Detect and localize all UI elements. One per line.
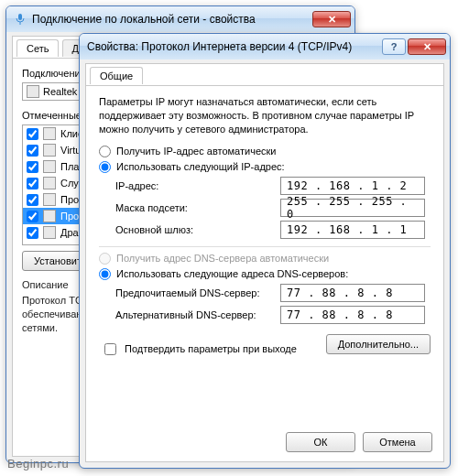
ip-input[interactable]: 192 . 168 . 1 . 2 xyxy=(280,177,425,195)
mask-input[interactable]: 255 . 255 . 255 . 0 xyxy=(280,199,425,217)
gateway-label: Основной шлюз: xyxy=(115,224,280,235)
info-paragraph: Параметры IP могут назначаться автоматич… xyxy=(99,95,431,136)
driver-icon xyxy=(43,144,56,157)
item-check[interactable] xyxy=(27,128,38,140)
protocol-icon xyxy=(43,210,56,222)
item-check[interactable] xyxy=(27,161,38,173)
radio-manual-dns[interactable]: Использовать следующие адреса DNS-сервер… xyxy=(99,268,431,280)
driver-icon xyxy=(43,226,56,239)
advanced-button[interactable]: Дополнительно... xyxy=(326,334,431,354)
svg-rect-0 xyxy=(18,14,22,20)
ip-label: IP-адрес: xyxy=(115,180,280,191)
radio-manual-ip[interactable]: Использовать следующий IP-адрес: xyxy=(99,161,431,173)
nic-icon xyxy=(27,85,39,98)
ok-button[interactable]: ОК xyxy=(286,432,355,452)
window-title: Подключение по локальной сети - свойства xyxy=(32,13,256,26)
tab-network[interactable]: Сеть xyxy=(16,39,59,57)
radio-auto-dns: Получить адрес DNS-сервера автоматически xyxy=(99,253,431,265)
service-icon xyxy=(43,160,56,173)
dns2-input[interactable]: 77 . 88 . 8 . 8 xyxy=(280,306,425,324)
client-icon xyxy=(43,127,56,140)
item-check[interactable] xyxy=(27,194,38,206)
protocol-icon xyxy=(43,193,56,206)
item-check[interactable] xyxy=(27,227,38,239)
tab-general[interactable]: Общие xyxy=(90,67,143,84)
dns2-label: Альтернативный DNS-сервер: xyxy=(115,309,280,320)
cancel-button[interactable]: Отмена xyxy=(363,432,432,452)
watermark: Beginpc.ru xyxy=(7,457,69,471)
dns1-label: Предпочитаемый DNS-сервер: xyxy=(115,287,280,298)
dialog-title: Свойства: Протокол Интернета версии 4 (T… xyxy=(87,40,352,53)
service-icon xyxy=(43,177,56,189)
close-button[interactable]: ✕ xyxy=(408,38,446,55)
item-check[interactable] xyxy=(27,145,38,157)
item-check[interactable] xyxy=(27,211,38,222)
ipv4-properties-dialog: Свойства: Протокол Интернета версии 4 (T… xyxy=(79,33,451,469)
mic-icon xyxy=(14,13,27,26)
titlebar[interactable]: Подключение по локальной сети - свойства… xyxy=(6,6,354,32)
mask-label: Маска подсети: xyxy=(115,202,280,213)
gateway-input[interactable]: 192 . 168 . 1 . 1 xyxy=(280,221,425,239)
close-button[interactable]: ✕ xyxy=(312,11,351,27)
titlebar[interactable]: Свойства: Протокол Интернета версии 4 (T… xyxy=(80,34,450,60)
confirm-on-exit[interactable]: Подтвердить параметры при выходе xyxy=(101,341,297,358)
help-button[interactable]: ? xyxy=(382,38,406,55)
item-check[interactable] xyxy=(27,178,38,189)
radio-auto-ip[interactable]: Получить IP-адрес автоматически xyxy=(99,146,431,157)
dns1-input[interactable]: 77 . 88 . 8 . 8 xyxy=(280,284,425,302)
